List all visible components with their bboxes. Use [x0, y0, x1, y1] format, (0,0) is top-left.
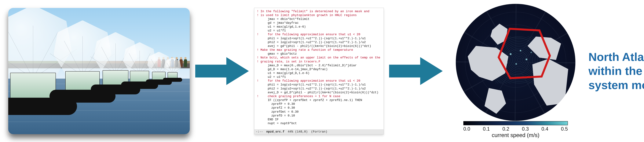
colorbar-segment — [505, 122, 526, 125]
code-line: ! for the following approximation ensure… — [257, 33, 381, 36]
source-code-panel: ! In the following "felimit" is determin… — [254, 8, 384, 134]
code-line: zprefZ = 0.30 — [257, 106, 381, 110]
code-line: avej = gd*(phi1 - phi2)/((km+kc*(bioin(2… — [257, 44, 381, 48]
code-line: ! check grazing preferences = 1 for N ca… — [257, 95, 381, 98]
colorbar-gradient — [463, 121, 568, 125]
source-code-text: ! In the following "felimit" is determin… — [254, 8, 384, 131]
code-line: u2 = u1*f1 — [257, 75, 381, 79]
colorbar-tick: 0.2 — [502, 126, 509, 132]
code-line: jmax_D = max(0.,dbio*(bct - 2.6)*felimit… — [257, 64, 381, 67]
code-line: zprefP = 0.30 — [257, 102, 381, 106]
arrow-right-icon — [389, 53, 443, 89]
globe-map — [456, 4, 576, 121]
colorbar-segment — [547, 122, 568, 125]
svg-marker-1 — [389, 57, 443, 85]
code-line: ! for the following approximation ensure… — [257, 79, 381, 83]
editor-mode: -:-- — [256, 130, 263, 134]
editor-language: (Fortran) — [311, 130, 327, 134]
code-line: ! grazing rate, is set in tracers.F — [257, 60, 381, 64]
colorbar-ticks: 0.00.10.20.30.40.5 — [463, 126, 568, 132]
globe-figure: 0.00.10.20.30.40.5 current speed (m/s) — [448, 4, 583, 138]
code-line: IF ((zprefP + zprefDet + zprefZ + zprefD… — [257, 98, 381, 102]
svg-marker-0 — [195, 57, 249, 85]
editor-filename: npzd_src.f — [266, 130, 284, 134]
code-line: zprefDet = 0.30 — [257, 110, 381, 114]
code-line: gd_D = max(1.e-14,jmax_D*dayfrac) — [257, 67, 381, 71]
code-line: ! Make the max grazing rate a function o… — [257, 48, 381, 52]
colorbar-tick: 0.4 — [542, 126, 548, 132]
code-line: phi1 = log(u1+sqrt(1.+u1**2.))-(sqrt(1.+… — [257, 83, 381, 87]
code-line: avej_D = gd_D*(phi1 - phi2)/((km+kc*(bio… — [257, 91, 381, 95]
code-line: phi2 = log(u2+sqrt(1.+u2**2.))-(sqrt(1.+… — [257, 40, 381, 44]
mesocosm-enclosure — [163, 60, 182, 82]
colorbar-tick: 0.1 — [483, 126, 490, 132]
colorbar-segment — [464, 122, 484, 125]
mesocosm-photo — [8, 8, 190, 134]
photo-ripple — [8, 122, 190, 122]
code-line: ! Note bctz, which sets an upper limit o… — [257, 56, 381, 60]
code-line: ! is used to limit phytoplankton growth … — [257, 13, 381, 17]
editor-position: 44% (148,0) — [288, 130, 308, 134]
arrow-right-icon — [195, 53, 249, 89]
colorbar-tick: 0.3 — [522, 126, 529, 132]
code-line: phi1 = log(u1+sqrt(1.+u1**2.))-(sqrt(1.+… — [257, 37, 381, 40]
colorbar: 0.00.10.20.30.40.5 current speed (m/s) — [455, 121, 576, 138]
colorbar-tick: 0.0 — [463, 126, 470, 132]
code-line: u1 = max(gl/gd_D,1.e-6) — [257, 71, 381, 75]
caption-text: North Atlantic nest within the FOCI Eart… — [588, 50, 644, 92]
code-line: u1 = max(gl/gd,1.e-6) — [257, 25, 381, 29]
colorbar-segment — [526, 122, 547, 125]
code-line: jmax = dbio*bct*felimit — [257, 17, 381, 21]
colorbar-tick: 0.5 — [561, 126, 568, 132]
code-line: nupt = nupt0*bct — [257, 122, 381, 125]
code-line: gd = jmax*dayfrac — [257, 21, 381, 25]
editor-statusbar: -:-- npzd_src.f 44% (148,0) (Fortran) — [254, 130, 384, 134]
code-line: phi2 = log(u2+sqrt(1.+u2**2.))-(sqrt(1.+… — [257, 87, 381, 91]
colorbar-label: current speed (m/s) — [492, 132, 540, 138]
figure-caption: North Atlantic nest within the FOCI Eart… — [588, 50, 644, 92]
code-line: ! In the following "felimit" is determin… — [257, 9, 381, 13]
code-line: END IF — [257, 118, 381, 122]
colorbar-segment — [484, 122, 505, 125]
code-line: zprefD = 0.10 — [257, 114, 381, 118]
code-line: gmax = gbio*bctz — [257, 52, 381, 56]
code-line: u2 = u1*f1 — [257, 29, 381, 33]
